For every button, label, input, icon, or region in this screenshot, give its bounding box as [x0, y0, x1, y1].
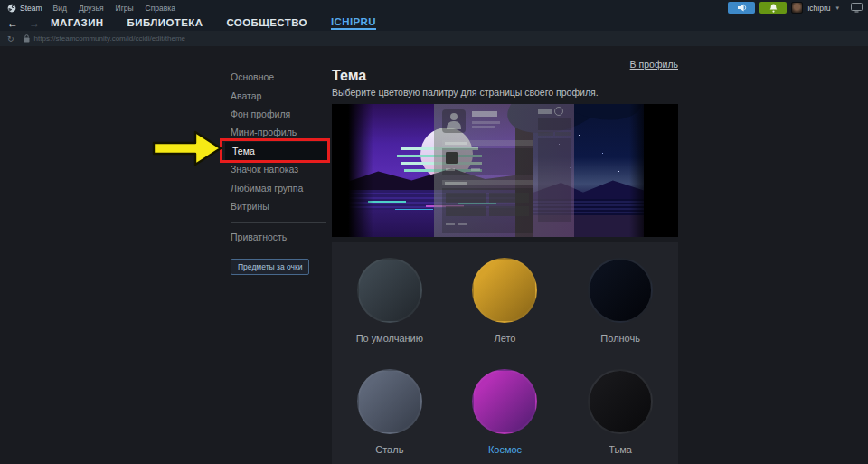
sidebar-item-label: Приватность [231, 232, 287, 242]
mock-showcase-box [442, 188, 533, 233]
sidebar-item-label: Аватар [231, 90, 261, 101]
menu-games[interactable]: Игры [116, 4, 134, 13]
mock-item [446, 206, 486, 216]
menu-view[interactable]: Вид [53, 4, 67, 13]
lock-icon [24, 34, 30, 43]
mock-level-badge [554, 107, 563, 116]
mock-section-header [442, 180, 533, 185]
url-text[interactable]: https://steamcommunity.com/id/ccidi/edit… [34, 34, 185, 43]
sidebar-item-label: Фон профиля [231, 109, 290, 119]
theme-label: Космос [488, 444, 522, 455]
mock-caption [446, 168, 455, 171]
theme-label: Лето [494, 333, 515, 344]
sidebar-item-label: Любимая группа [231, 183, 303, 194]
sidebar-item-fon-profilya[interactable]: Фон профиля [231, 105, 332, 123]
theme-color-circle[interactable] [357, 258, 422, 323]
theme-label: Тьма [609, 444, 632, 455]
caret-down-icon[interactable]: ▾ [835, 5, 839, 12]
mock-level-bar [538, 109, 552, 114]
user-avatar[interactable] [791, 2, 803, 14]
theme-color-circle[interactable] [472, 258, 537, 323]
username-label[interactable]: ichipru [807, 4, 830, 13]
page-title: Тема [332, 68, 366, 84]
sidebar-item-privatnost[interactable]: Приватность [231, 228, 332, 246]
sidebar-item-lyubimaya-gruppa[interactable]: Любимая группа [231, 178, 332, 196]
mock-text-line [472, 121, 500, 124]
sidebar-item-label: Значок напоказ [231, 164, 298, 175]
mock-side-box [538, 118, 571, 130]
points-items-button[interactable]: Предметы за очки [231, 259, 309, 275]
page-subtitle: Выберите цветовую палитру для страницы с… [332, 87, 599, 98]
nav-store[interactable]: МАГАЗИН [51, 17, 104, 29]
community-navbar: ← → МАГАЗИН БИБЛИОТЕКА СООБЩЕСТВО ICHIPR… [0, 15, 868, 31]
water-streaks [368, 201, 406, 203]
letterbox-right [629, 104, 678, 237]
theme-label: Полночь [600, 333, 640, 344]
sidebar-item-tema[interactable]: Тема [225, 142, 328, 160]
sidebar-item-label: Витрины [231, 201, 269, 212]
pointer-arrow [151, 128, 223, 169]
theme-option-darkness[interactable]: Тьма [588, 369, 653, 455]
display-icon[interactable] [851, 3, 863, 13]
sidebar-item-osnovnoe[interactable]: Основное [231, 68, 332, 86]
announcements-button[interactable] [728, 2, 755, 14]
nav-community[interactable]: СООБЩЕСТВО [226, 17, 307, 29]
sidebar-item-avatar[interactable]: Аватар [231, 86, 332, 104]
theme-grid: По умолчанию Лето Полночь Сталь Космос Т… [332, 242, 678, 455]
profile-page-mockup [434, 104, 574, 237]
sidebar-item-vitriny[interactable]: Витрины [231, 197, 332, 215]
theme-option-summer[interactable]: Лето [472, 258, 537, 344]
mock-avatar [442, 109, 466, 133]
sidebar-item-label: Основное [231, 71, 274, 82]
notifications-button[interactable] [760, 2, 787, 14]
mock-text-line [472, 126, 495, 128]
mock-item [446, 152, 458, 164]
theme-option-cosmos[interactable]: Космос [472, 369, 537, 455]
menu-friends[interactable]: Друзья [79, 4, 104, 13]
theme-label: По умолчанию [356, 333, 423, 344]
theme-label: Сталь [375, 444, 403, 455]
letterbox-left [332, 104, 373, 237]
theme-option-steel[interactable]: Сталь [357, 369, 422, 455]
sidebar-item-znachok-napokaz[interactable]: Значок напоказ [231, 160, 332, 178]
mock-item [489, 193, 529, 203]
sidebar-nav: ОсновноеАватарФон профиляМини-профильТем… [231, 68, 332, 247]
refresh-icon[interactable]: ↻ [7, 34, 14, 43]
bell-icon [769, 4, 778, 13]
sidebar-item-mini-profil[interactable]: Мини-профиль [231, 123, 332, 141]
mock-item [489, 206, 529, 216]
mock-side-bar [555, 132, 571, 136]
theme-color-circle[interactable] [472, 369, 537, 434]
megaphone-icon [737, 4, 747, 12]
address-bar: ↻ https://steamcommunity.com/id/ccidi/ed… [0, 31, 868, 46]
sidebar-item-label: Мини-профиль [231, 127, 297, 137]
theme-palette-panel: По умолчанию Лето Полночь Сталь Космос Т… [332, 242, 678, 464]
theme-option-default[interactable]: По умолчанию [356, 258, 423, 344]
nav-profile-ichipru[interactable]: ICHIPRU [331, 16, 376, 30]
theme-option-midnight[interactable]: Полночь [588, 258, 653, 344]
forward-arrow-icon[interactable]: → [29, 17, 40, 30]
mock-section-header [442, 140, 533, 146]
steam-client-window: Steam Вид Друзья Игры Справка ichipru ▾ [0, 0, 868, 464]
mock-side-column [538, 138, 571, 222]
mock-caption [446, 223, 455, 225]
mock-name-bar [472, 111, 497, 117]
mock-showcase-box [442, 148, 533, 175]
theme-preview-image [332, 104, 678, 237]
to-profile-link[interactable]: В профиль [630, 59, 678, 70]
theme-color-circle[interactable] [357, 369, 422, 434]
sidebar-item-label: Тема [232, 146, 255, 156]
titlebar: Steam Вид Друзья Игры Справка ichipru ▾ [0, 0, 868, 15]
mock-item [446, 193, 486, 203]
menu-help[interactable]: Справка [146, 4, 175, 13]
theme-color-circle[interactable] [588, 258, 653, 323]
mock-side-bar [538, 132, 553, 136]
app-label: Steam [20, 4, 42, 13]
titlebar-right-controls: ichipru ▾ [728, 2, 863, 14]
nav-library[interactable]: БИБЛИОТЕКА [127, 17, 203, 29]
back-arrow-icon[interactable]: ← [7, 17, 18, 30]
steam-logo-icon [7, 4, 16, 13]
sidebar-divider [231, 222, 326, 223]
theme-color-circle[interactable] [588, 369, 653, 434]
